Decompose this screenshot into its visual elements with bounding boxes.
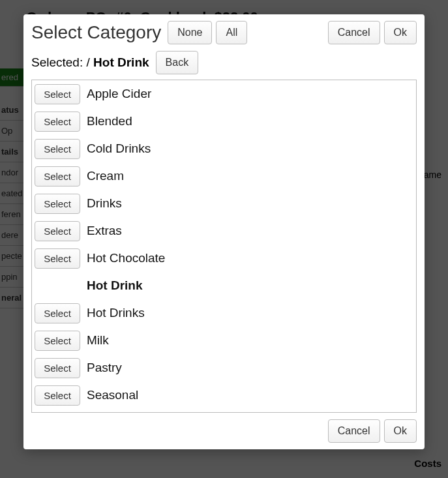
category-row: SelectBlended bbox=[32, 108, 416, 135]
select-button[interactable]: Select bbox=[35, 139, 80, 159]
select-button[interactable]: Select bbox=[35, 331, 80, 351]
category-row: SelectCream bbox=[32, 162, 416, 190]
selected-breadcrumb: Selected: / Hot Drink Back bbox=[31, 51, 417, 74]
select-category-modal: Select Category None All Cancel Ok Selec… bbox=[23, 14, 425, 449]
selected-prefix: Selected: / bbox=[31, 55, 90, 69]
category-row: SelectPastry bbox=[32, 354, 416, 381]
category-label: Drinks bbox=[83, 196, 122, 211]
select-button[interactable]: Select bbox=[35, 358, 80, 378]
modal-header: Select Category None All Cancel Ok bbox=[31, 21, 417, 44]
cancel-button-top[interactable]: Cancel bbox=[328, 21, 380, 44]
selected-value: Hot Drink bbox=[93, 55, 149, 69]
select-button[interactable]: Select bbox=[35, 248, 80, 269]
select-button[interactable]: Select bbox=[35, 221, 80, 241]
category-label: Blended bbox=[83, 114, 132, 128]
category-row: SelectHot Chocolate bbox=[32, 245, 416, 272]
select-button[interactable]: Select bbox=[35, 385, 80, 406]
category-label: Hot Chocolate bbox=[83, 251, 165, 265]
back-button[interactable]: Back bbox=[156, 51, 199, 74]
category-row: SelectApple Cider bbox=[32, 80, 416, 108]
all-button[interactable]: All bbox=[216, 21, 247, 44]
modal-title: Select Category bbox=[31, 22, 161, 43]
ok-button-top[interactable]: Ok bbox=[384, 21, 417, 44]
category-label: Milk bbox=[83, 333, 109, 348]
category-label: Cream bbox=[83, 169, 124, 183]
category-label: Seasonal bbox=[83, 388, 138, 402]
category-row: SelectExtras bbox=[32, 217, 416, 245]
category-row: SelectDrinks bbox=[32, 190, 416, 217]
category-label: Pastry bbox=[83, 361, 122, 375]
category-list[interactable]: SelectApple CiderSelectBlendedSelectCold… bbox=[31, 80, 417, 413]
modal-footer: Cancel Ok bbox=[31, 413, 417, 443]
category-row: SelectCold Drinks bbox=[32, 135, 416, 162]
category-row: SelectMilk bbox=[32, 327, 416, 354]
category-row: SelectHot Drinks bbox=[32, 299, 416, 327]
select-button[interactable]: Select bbox=[35, 112, 80, 132]
category-row: SelectSeasonal bbox=[32, 381, 416, 409]
none-button[interactable]: None bbox=[168, 21, 212, 44]
category-label: Apple Cider bbox=[83, 87, 151, 101]
select-button[interactable]: Select bbox=[35, 303, 80, 323]
category-label: Extras bbox=[83, 224, 122, 238]
category-row: Hot Drink bbox=[32, 272, 416, 299]
category-label: Cold Drinks bbox=[83, 142, 151, 156]
category-label: Hot Drink bbox=[83, 278, 143, 293]
category-label: Hot Drinks bbox=[83, 306, 145, 320]
select-button[interactable]: Select bbox=[35, 194, 80, 214]
select-button[interactable]: Select bbox=[35, 166, 80, 187]
ok-button-bottom[interactable]: Ok bbox=[384, 419, 417, 443]
cancel-button-bottom[interactable]: Cancel bbox=[328, 419, 380, 443]
select-button[interactable]: Select bbox=[35, 84, 80, 104]
